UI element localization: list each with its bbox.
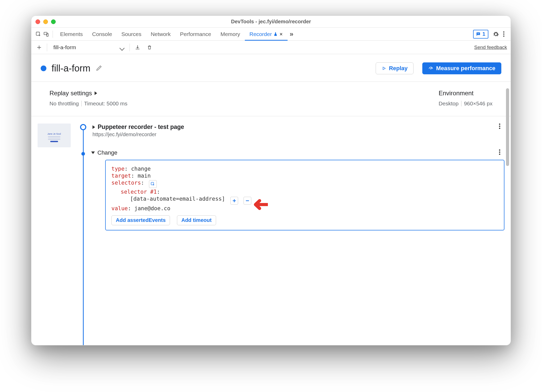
throttling-value: No throttling	[49, 100, 79, 106]
tab-memory[interactable]: Memory	[216, 28, 245, 41]
recorder-toolbar: fill-a-form Send feedback	[31, 41, 511, 54]
svg-point-4	[431, 69, 431, 69]
new-recording-button[interactable]	[35, 43, 43, 52]
tab-elements[interactable]: Elements	[55, 28, 88, 41]
recording-header: fill-a-form Replay Measure performance	[31, 54, 511, 82]
timeout-value: Timeout: 5000 ms	[84, 100, 127, 106]
window-title: DevTools - jec.fyi/demo/recorder	[31, 19, 511, 25]
download-icon[interactable]	[133, 43, 142, 52]
timeline-dot	[80, 124, 86, 130]
step-thumbnail[interactable]: Jane Je Soul	[38, 124, 71, 147]
recording-name: fill-a-form	[52, 63, 90, 74]
step-menu-icon[interactable]	[497, 149, 502, 155]
tab-console[interactable]: Console	[88, 28, 117, 41]
pick-selector-icon[interactable]	[149, 180, 157, 188]
tab-recorder-label: Recorder	[249, 31, 272, 37]
replay-settings-panel: Replay settings No throttling Timeout: 5…	[31, 82, 511, 116]
device-toolbar-icon[interactable]	[42, 30, 50, 38]
chevron-down-icon	[91, 151, 95, 154]
settings-icon[interactable]	[492, 30, 500, 38]
viewport-value: 960×546 px	[464, 100, 493, 106]
delete-icon[interactable]	[145, 43, 154, 52]
measure-performance-button[interactable]: Measure performance	[422, 62, 501, 74]
environment-heading: Environment	[439, 90, 493, 97]
select-element-icon[interactable]	[34, 30, 42, 38]
steps-panel: Jane Je Soul Puppeteer recorder - test p…	[31, 116, 511, 345]
step-title: Change	[97, 149, 117, 156]
window-titlebar: DevTools - jec.fyi/demo/recorder	[31, 16, 511, 28]
step-url: https://jec.fyi/demo/recorder	[92, 132, 504, 137]
measure-performance-label: Measure performance	[436, 65, 495, 72]
replay-button[interactable]: Replay	[376, 62, 413, 74]
step-title: Puppeteer recorder - test page	[98, 124, 184, 130]
tab-network[interactable]: Network	[146, 28, 175, 41]
scrollbar-thumb[interactable]	[506, 88, 509, 166]
chevron-right-icon	[95, 91, 97, 95]
play-icon	[382, 66, 386, 71]
replay-button-label: Replay	[389, 65, 408, 72]
kebab-menu-icon[interactable]	[500, 30, 508, 38]
svg-rect-3	[477, 33, 479, 34]
step-change[interactable]: Change type: change target: main selecto…	[78, 149, 504, 230]
minimize-window-button[interactable]	[43, 19, 48, 24]
devtools-tabstrip: Elements Console Sources Network Perform…	[31, 28, 511, 41]
selector-value[interactable]: [data-automate=email-address]	[130, 196, 225, 202]
recording-status-dot	[41, 66, 46, 71]
replay-settings-heading[interactable]: Replay settings	[49, 90, 127, 97]
recording-selector[interactable]: fill-a-form	[51, 43, 126, 52]
chevron-right-icon	[92, 125, 95, 129]
annotation-arrow	[251, 199, 268, 210]
flask-icon	[273, 32, 278, 36]
step-detail-card: type: change target: main selectors: sel…	[105, 160, 504, 230]
tab-sources[interactable]: Sources	[117, 28, 146, 41]
add-timeout-button[interactable]: Add timeout	[177, 215, 216, 225]
step-menu-icon[interactable]	[497, 124, 502, 129]
zoom-window-button[interactable]	[51, 19, 56, 24]
close-window-button[interactable]	[35, 19, 40, 24]
timeline-dot	[81, 152, 85, 156]
edit-name-icon[interactable]	[96, 65, 103, 72]
tab-recorder[interactable]: Recorder	[245, 28, 288, 41]
gauge-icon	[428, 66, 433, 71]
add-asserted-events-button[interactable]: Add assertedEvents	[111, 215, 170, 225]
tab-performance[interactable]: Performance	[175, 28, 216, 41]
recording-selector-label: fill-a-form	[53, 44, 76, 50]
remove-selector-button[interactable]: −	[244, 197, 251, 205]
issues-badge[interactable]: 1	[473, 30, 488, 39]
add-selector-button[interactable]: +	[230, 197, 238, 205]
issues-count: 1	[482, 31, 485, 37]
step-navigation[interactable]: Puppeteer recorder - test page https://j…	[78, 124, 504, 137]
more-tabs-icon[interactable]: »	[288, 30, 295, 38]
chat-icon	[476, 32, 481, 37]
close-tab-icon[interactable]	[279, 32, 283, 36]
send-feedback-link[interactable]: Send feedback	[474, 45, 507, 50]
device-value: Desktop	[439, 100, 459, 106]
